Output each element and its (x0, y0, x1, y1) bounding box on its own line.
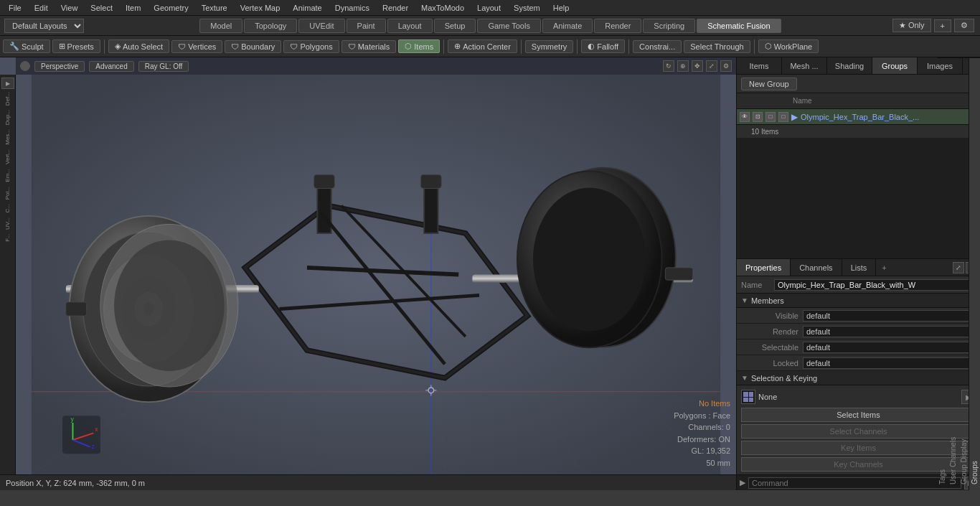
mode-scripting[interactable]: Scripting (643, 19, 695, 33)
tab-properties[interactable]: Properties (737, 259, 791, 276)
group-lock-icon[interactable]: □ (765, 112, 776, 122)
menu-item[interactable]: Item (120, 2, 146, 14)
command-prompt-icon: ▶ (740, 478, 745, 487)
members-title: Members (751, 296, 784, 305)
menu-edit[interactable]: Edit (29, 2, 54, 14)
vp-perspective[interactable]: Perspective (34, 61, 85, 72)
col-name-header: Name (793, 97, 812, 105)
left-panel-toggle[interactable]: ▶ (1, 78, 14, 89)
tab-mesh[interactable]: Mesh ... (782, 57, 827, 74)
v-tab-group-display[interactable]: Group Display (958, 57, 969, 490)
sculpt-icon: 🔧 (9, 42, 19, 51)
menu-system[interactable]: System (508, 2, 546, 14)
select-through-btn[interactable]: Select Through (684, 40, 750, 53)
tab-lists[interactable]: Lists (842, 259, 877, 276)
mode-animate[interactable]: Animate (542, 19, 593, 33)
vp-zoom-icon[interactable]: ⊕ (677, 60, 689, 72)
falloff-btn[interactable]: ◐ Falloff (581, 39, 625, 53)
materials-btn[interactable]: 🛡 Materials (341, 40, 397, 53)
left-label-f[interactable]: F... (3, 233, 12, 243)
items-btn[interactable]: ⬡ Items (398, 39, 440, 53)
menu-select[interactable]: Select (85, 2, 118, 14)
vp-raygl[interactable]: Ray GL: Off (138, 61, 189, 72)
mode-layout[interactable]: Layout (387, 19, 433, 33)
menu-layout[interactable]: Layout (471, 2, 507, 14)
workplane-btn[interactable]: ⬡ WorkPlane (758, 39, 819, 53)
tab-channels[interactable]: Channels (791, 259, 842, 276)
mode-setup[interactable]: Setup (434, 19, 476, 33)
symmetry-btn[interactable]: Symmetry (525, 40, 574, 53)
layout-add-btn[interactable]: + (934, 19, 951, 32)
left-label-vert[interactable]: Vert... (3, 148, 12, 166)
group-sub-text: 10 Items (751, 128, 778, 136)
tab-shading[interactable]: Shading (827, 57, 872, 74)
star-only-btn[interactable]: ★ Only (892, 19, 931, 32)
menu-help[interactable]: Help (547, 2, 575, 14)
action-center-btn[interactable]: ⊕ Action Center (448, 39, 517, 53)
svg-rect-17 (420, 174, 441, 188)
menu-vertexmap[interactable]: Vertex Map (235, 2, 286, 14)
mode-uvedit[interactable]: UVEdit (298, 19, 344, 33)
mode-schematic[interactable]: Schematic Fusion (697, 19, 781, 33)
menu-dynamics[interactable]: Dynamics (329, 2, 375, 14)
viewport[interactable]: ▶ Def... Dup... Mes... Vert... Em... Pol… (0, 57, 736, 490)
menu-geometry[interactable]: Geometry (148, 2, 194, 14)
viewport-status-bar: Position X, Y, Z: 624 mm, -362 mm, 0 m (0, 474, 736, 490)
menu-render[interactable]: Render (377, 2, 414, 14)
vp-fit-icon[interactable]: ⤢ (706, 60, 717, 72)
layout-settings-btn[interactable]: ⚙ (954, 19, 974, 32)
v-tab-tags[interactable]: Tags (937, 57, 948, 490)
menu-bar: File Edit View Select Item Geometry Text… (0, 0, 980, 16)
tab-groups[interactable]: Groups (872, 57, 918, 74)
left-label-def[interactable]: Def... (3, 90, 12, 107)
position-text: Position X, Y, Z: 624 mm, -362 mm, 0 m (6, 479, 145, 487)
falloff-label: Falloff (597, 42, 618, 51)
group-folder-icon: ▶ (791, 112, 798, 122)
presets-btn[interactable]: ⊞ Presets (52, 39, 100, 53)
sculpt-btn[interactable]: 🔧 Sculpt (3, 39, 50, 53)
layout-selector[interactable]: Default Layouts (4, 19, 84, 33)
v-tab-groups[interactable]: Groups (969, 57, 980, 490)
left-label-pol[interactable]: Pol... (3, 185, 12, 201)
props-tab-add[interactable]: + (876, 263, 892, 272)
left-label-c[interactable]: C... (3, 202, 12, 214)
left-label-em[interactable]: Em... (3, 167, 12, 184)
locked-label: Locked (741, 359, 798, 367)
left-label-mesh[interactable]: Mes... (3, 128, 12, 146)
command-input[interactable] (748, 477, 961, 489)
left-label-dup[interactable]: Dup... (3, 108, 12, 126)
constraints-btn[interactable]: Constrai... (633, 40, 682, 53)
mode-render[interactable]: Render (594, 19, 641, 33)
tab-items[interactable]: Items (737, 57, 782, 74)
group-type-icon[interactable]: □ (778, 112, 788, 122)
vp-rotate-icon[interactable]: ↻ (663, 60, 674, 72)
group-render-icon[interactable]: ⊡ (753, 112, 763, 122)
left-label-uv[interactable]: UV... (3, 216, 12, 231)
svg-text:y: y (71, 416, 75, 423)
auto-select-btn[interactable]: ◈ Auto Select (108, 39, 169, 53)
mode-topology[interactable]: Topology (244, 19, 297, 33)
presets-icon: ⊞ (59, 42, 65, 51)
boundary-btn[interactable]: 🛡 Boundary (225, 40, 281, 53)
v-tab-user-channels[interactable]: User Channels (948, 57, 958, 490)
polygons-icon: 🛡 (290, 42, 298, 51)
menu-file[interactable]: File (3, 2, 27, 14)
mode-model[interactable]: Model (199, 19, 242, 33)
menu-texture[interactable]: Texture (196, 2, 233, 14)
mode-paint[interactable]: Paint (347, 19, 386, 33)
svg-rect-38 (665, 268, 692, 280)
boundary-icon: 🛡 (231, 42, 239, 51)
menu-maxtomodo[interactable]: MaxToModo (415, 2, 470, 14)
mode-gametools[interactable]: Game Tools (477, 19, 541, 33)
new-group-button[interactable]: New Group (741, 78, 797, 90)
menu-view[interactable]: View (55, 2, 84, 14)
vp-settings-icon[interactable]: ⚙ (720, 60, 732, 72)
sculpt-label: Sculpt (22, 42, 44, 51)
vp-pan-icon[interactable]: ✥ (692, 60, 703, 72)
boundary-label: Boundary (241, 42, 275, 51)
vertices-btn[interactable]: 🛡 Vertices (171, 40, 222, 53)
group-visibility-icon[interactable]: 👁 (740, 112, 750, 122)
vp-advanced[interactable]: Advanced (89, 61, 133, 72)
polygons-btn[interactable]: 🛡 Polygons (283, 40, 339, 53)
menu-animate[interactable]: Animate (287, 2, 327, 14)
